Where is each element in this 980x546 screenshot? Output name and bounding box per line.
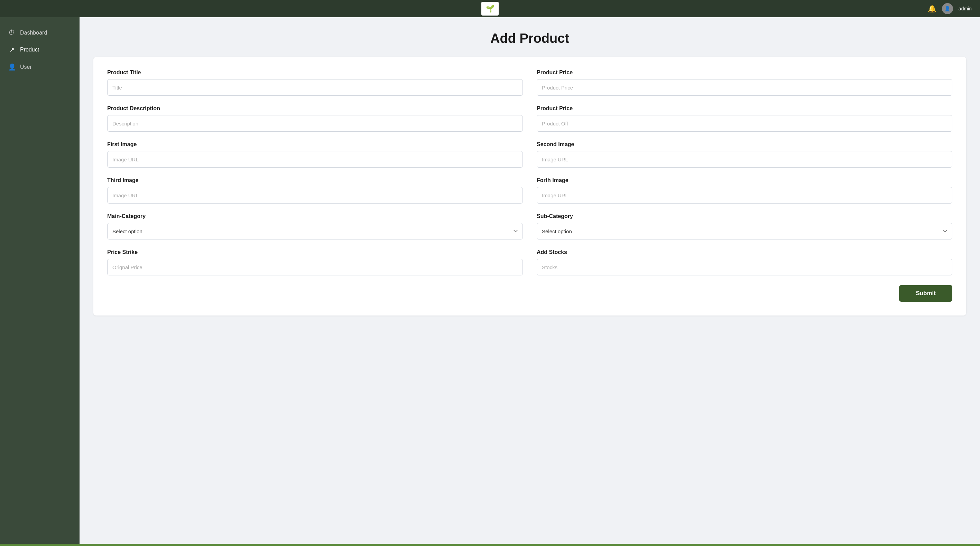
add-stocks-label: Add Stocks: [537, 249, 952, 256]
sidebar-item-product[interactable]: ↗ Product: [0, 41, 80, 59]
username-label: admin: [959, 6, 972, 11]
product-icon: ↗: [8, 46, 15, 54]
form-row-4: Third Image Forth Image: [107, 177, 952, 203]
third-image-input[interactable]: [107, 187, 523, 203]
submit-button[interactable]: Submit: [899, 285, 952, 302]
bell-icon[interactable]: 🔔: [928, 5, 936, 13]
sidebar-item-label-product: Product: [20, 47, 39, 53]
navbar: 🌱 🔔 👤 admin: [0, 0, 980, 17]
product-title-label: Product Title: [107, 70, 523, 76]
product-price-input[interactable]: [537, 79, 952, 96]
form-group-third-image: Third Image: [107, 177, 523, 203]
main-category-select[interactable]: Select option: [107, 223, 523, 240]
first-image-label: First Image: [107, 141, 523, 148]
avatar-icon: 👤: [944, 6, 950, 11]
sidebar-item-label-user: User: [20, 64, 32, 70]
submit-row: Submit: [107, 285, 952, 302]
form-group-product-off: Product Price: [537, 105, 952, 132]
form-row-2: Product Description Product Price: [107, 105, 952, 132]
forth-image-input[interactable]: [537, 187, 952, 203]
form-group-first-image: First Image: [107, 141, 523, 168]
navbar-logo: 🌱: [481, 2, 499, 16]
sidebar-item-user[interactable]: 👤 User: [0, 59, 80, 76]
form-row-3: First Image Second Image: [107, 141, 952, 168]
sidebar: ⏱ Dashboard ↗ Product 👤 User: [0, 17, 80, 546]
second-image-input[interactable]: [537, 151, 952, 168]
second-image-label: Second Image: [537, 141, 952, 148]
form-group-product-title: Product Title: [107, 70, 523, 96]
sidebar-item-dashboard[interactable]: ⏱ Dashboard: [0, 24, 80, 41]
product-description-input[interactable]: [107, 115, 523, 132]
form-group-sub-category: Sub-Category Select option: [537, 213, 952, 240]
first-image-input[interactable]: [107, 151, 523, 168]
form-group-price-strike: Price Strike: [107, 249, 523, 275]
avatar: 👤: [942, 3, 953, 14]
price-strike-input[interactable]: [107, 259, 523, 275]
main-content: Add Product Product Title Product Price …: [80, 17, 980, 546]
forth-image-label: Forth Image: [537, 177, 952, 184]
form-group-forth-image: Forth Image: [537, 177, 952, 203]
sub-category-label: Sub-Category: [537, 213, 952, 219]
form-row-6: Price Strike Add Stocks: [107, 249, 952, 275]
bottom-bar: [0, 544, 980, 546]
user-icon: 👤: [8, 63, 15, 71]
product-off-label: Product Price: [537, 105, 952, 112]
form-row-1: Product Title Product Price: [107, 70, 952, 96]
logo-icon: 🌱: [486, 5, 495, 13]
product-price-label: Product Price: [537, 70, 952, 76]
add-stocks-input[interactable]: [537, 259, 952, 275]
form-group-product-price: Product Price: [537, 70, 952, 96]
navbar-right: 🔔 👤 admin: [928, 3, 972, 14]
main-category-label: Main-Category: [107, 213, 523, 219]
product-title-input[interactable]: [107, 79, 523, 96]
price-strike-label: Price Strike: [107, 249, 523, 256]
form-group-product-description: Product Description: [107, 105, 523, 132]
product-description-label: Product Description: [107, 105, 523, 112]
form-group-second-image: Second Image: [537, 141, 952, 168]
form-group-main-category: Main-Category Select option: [107, 213, 523, 240]
page-title: Add Product: [93, 31, 966, 46]
form-group-add-stocks: Add Stocks: [537, 249, 952, 275]
product-off-input[interactable]: [537, 115, 952, 132]
dashboard-icon: ⏱: [8, 29, 15, 36]
third-image-label: Third Image: [107, 177, 523, 184]
sidebar-item-label-dashboard: Dashboard: [20, 30, 47, 36]
form-card: Product Title Product Price Product Desc…: [93, 57, 966, 316]
form-row-5: Main-Category Select option Sub-Category…: [107, 213, 952, 240]
sub-category-select[interactable]: Select option: [537, 223, 952, 240]
layout: ⏱ Dashboard ↗ Product 👤 User Add Product…: [0, 17, 980, 546]
